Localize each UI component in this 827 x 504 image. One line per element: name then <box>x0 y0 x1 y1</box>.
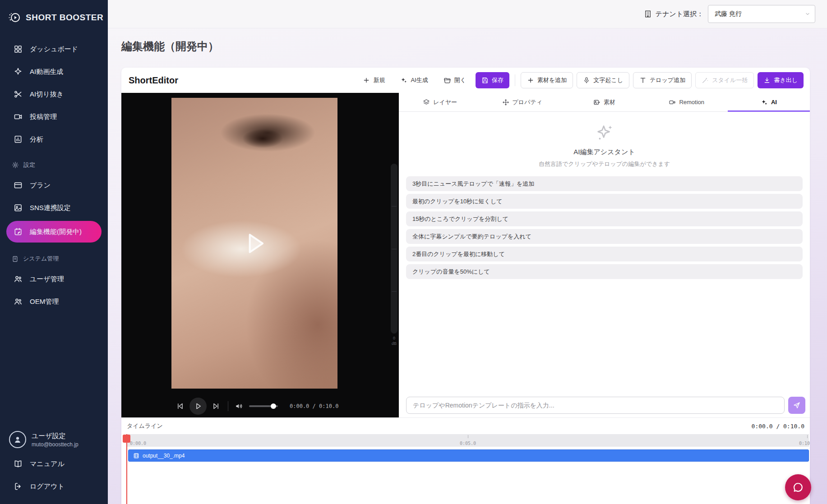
ai-suggestion-chip[interactable]: クリップの音量を50%にして <box>406 264 803 279</box>
tab-layers[interactable]: レイヤー <box>399 93 481 111</box>
sidebar-item-user-settings[interactable]: ユーザ設定 muto@boosttech.jp <box>0 426 108 453</box>
sidebar-item-ai-clip[interactable]: AI切り抜き <box>0 83 108 105</box>
sparkle-icon <box>14 67 23 76</box>
timeline-ruler[interactable]: 0:00.0 0:05.0 0:10 <box>127 434 809 447</box>
sidebar-item-edit-feature[interactable]: 編集機能(開発中) <box>6 221 102 243</box>
volume-knob[interactable] <box>271 403 276 409</box>
book-icon <box>14 459 23 468</box>
ai-instruction-input[interactable] <box>406 397 785 414</box>
sidebar-item-plan[interactable]: プラン <box>0 174 108 197</box>
sidebar-item-ai-video[interactable]: AI動画生成 <box>0 60 108 83</box>
add-telop-button[interactable]: テロップ追加 <box>633 72 692 88</box>
sidebar-section-system: システム管理 <box>0 250 108 268</box>
sidebar-footer: ユーザ設定 muto@boosttech.jp マニュアル ログアウト <box>0 426 108 504</box>
button-label: AI生成 <box>411 76 428 84</box>
sidebar-item-oem-management[interactable]: OEM管理 <box>0 290 108 313</box>
button-label: テロップ追加 <box>650 76 685 84</box>
user-settings-label: ユーザ設定 <box>32 432 79 440</box>
photo-icon <box>14 203 23 212</box>
tab-label: AI <box>771 99 777 105</box>
users-icon <box>14 275 23 284</box>
sparkles-icon <box>400 77 407 84</box>
text-icon <box>639 77 647 84</box>
sparkle-large-icon <box>594 123 615 143</box>
sidebar-item-logout[interactable]: ログアウト <box>0 475 108 498</box>
video-camera-icon <box>669 99 676 106</box>
sidebar-item-user-management[interactable]: ユーザ管理 <box>0 268 108 290</box>
ai-assistant-subtitle: 自然言語でクリップやテロップの編集ができます <box>539 160 670 168</box>
timeline-time: 0:00.0 / 0:10.0 <box>752 423 804 430</box>
bar-chart-icon <box>14 135 23 144</box>
wand-icon <box>702 77 709 84</box>
app-logo: SHORT BOOSTER <box>0 0 108 38</box>
building-icon <box>644 10 652 18</box>
skip-forward-button[interactable] <box>211 401 222 412</box>
sidebar-item-label: ユーザ管理 <box>30 275 64 284</box>
move-icon <box>502 99 509 106</box>
save-button[interactable]: 保存 <box>476 72 509 88</box>
section-label: 設定 <box>23 161 35 169</box>
db-labels: 0 dB <box>390 335 398 346</box>
ruler-tick <box>468 435 468 438</box>
ai-suggestion-chip[interactable]: 最初のクリップを10秒に短くして <box>406 194 803 209</box>
download-icon <box>763 77 771 84</box>
sparkles-icon <box>761 99 768 106</box>
logout-icon <box>14 482 23 491</box>
sidebar-item-label: プラン <box>30 181 51 190</box>
sidebar-item-post-management[interactable]: 投稿管理 <box>0 105 108 128</box>
tab-label: レイヤー <box>433 98 457 106</box>
sidebar-item-dashboard[interactable]: ダッシュボード <box>0 38 108 60</box>
sidebar-item-label: 編集機能(開発中) <box>30 228 82 236</box>
db-level-slider[interactable] <box>391 164 397 334</box>
button-label: 開く <box>454 76 466 84</box>
playhead-handle[interactable] <box>123 435 130 443</box>
volume-slider[interactable] <box>249 405 278 407</box>
send-button[interactable] <box>788 397 805 414</box>
play-overlay-icon[interactable] <box>240 229 268 257</box>
ai-suggestion-chip[interactable]: 2番目のクリップを最初に移動して <box>406 247 803 261</box>
tab-assets[interactable]: 素材 <box>563 93 645 111</box>
sidebar-item-analytics[interactable]: 分析 <box>0 128 108 151</box>
ai-suggestion-chip[interactable]: 全体に字幕シンプルで要約テロップを入れて <box>406 229 803 244</box>
player-time: 0:00.0 / 0:10.0 <box>290 403 338 409</box>
ruler-tick <box>807 435 808 438</box>
sidebar-item-label: ダッシュボード <box>30 45 78 54</box>
tab-properties[interactable]: プロパティ <box>481 93 563 111</box>
ai-generate-button[interactable]: AI生成 <box>394 72 434 88</box>
tab-ai[interactable]: AI <box>728 93 810 111</box>
scissors-icon <box>14 90 23 99</box>
ruler-label: 0:10 <box>799 441 810 446</box>
editor-title: ShortEditor <box>129 75 178 86</box>
sidebar-item-sns-settings[interactable]: SNS連携設定 <box>0 197 108 219</box>
playhead-line <box>126 434 127 504</box>
export-button[interactable]: 書き出し <box>758 72 804 88</box>
ai-suggestion-chip[interactable]: 3秒目にニュース風テロップで「速報」を追加 <box>406 176 803 191</box>
users-icon <box>14 297 23 306</box>
layers-icon <box>423 99 430 106</box>
volume-icon[interactable] <box>234 401 245 412</box>
sidebar: SHORT BOOSTER ダッシュボード AI動画生成 AI切り抜き 投稿管理… <box>0 0 108 504</box>
add-asset-button[interactable]: 素材を追加 <box>521 72 573 88</box>
new-button[interactable]: 新規 <box>357 72 391 88</box>
plus-icon <box>363 77 370 84</box>
panel-tabs: レイヤー プロパティ 素材 Remotion <box>399 93 810 112</box>
play-button[interactable] <box>189 398 207 415</box>
video-frame[interactable] <box>171 98 337 389</box>
timeline-clip[interactable]: output__30_.mp4 <box>128 449 809 462</box>
tab-remotion[interactable]: Remotion <box>646 93 728 111</box>
transcribe-button[interactable]: 文字起こし <box>577 72 629 88</box>
open-button[interactable]: 開く <box>438 72 472 88</box>
player-controls: 0:00.0 / 0:10.0 <box>121 395 399 417</box>
skip-back-button[interactable] <box>175 401 185 412</box>
sidebar-item-label: AI動画生成 <box>30 68 63 76</box>
style-batch-button[interactable]: スタイル一括 <box>695 72 754 88</box>
user-email: muto@boosttech.jp <box>32 441 79 448</box>
ai-suggestion-chip[interactable]: 15秒のところでクリップを分割して <box>406 211 803 226</box>
section-label: システム管理 <box>23 255 59 263</box>
tenant-select[interactable]: 武藤 尭行 <box>708 5 815 23</box>
chat-fab-button[interactable] <box>785 474 811 500</box>
film-icon <box>133 453 139 459</box>
video-camera-icon <box>14 112 23 121</box>
sidebar-item-manual[interactable]: マニュアル <box>0 453 108 475</box>
editor-body: 0 dB <box>121 93 810 417</box>
